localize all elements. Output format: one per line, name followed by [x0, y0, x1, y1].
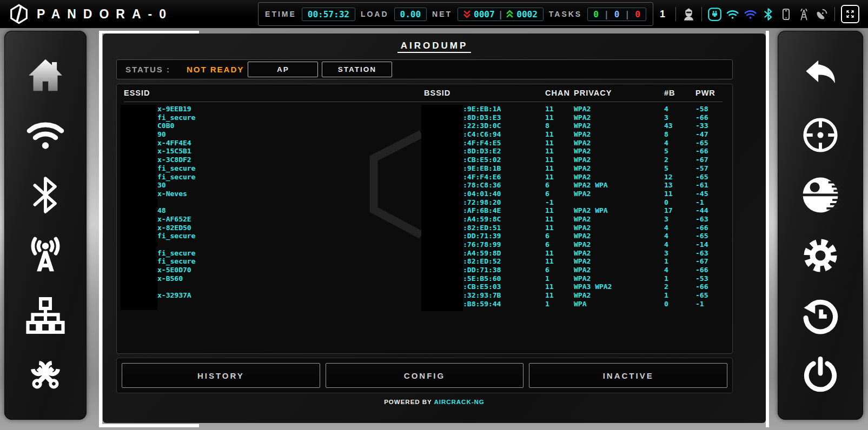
tasks-separator: |: [625, 9, 630, 19]
cell-chan: 6: [545, 181, 574, 190]
cell-essid: fi_secure: [124, 113, 424, 122]
telemetry-group: ETIME 00:57:32 LOAD 0.00 NET 0007 | 0002…: [258, 2, 653, 26]
cell-essid: x-9EEB19: [124, 105, 424, 113]
cell-essid: [124, 300, 424, 308]
config-button[interactable]: CONFIG: [326, 363, 524, 388]
tools-icon[interactable]: [24, 354, 67, 397]
station-button[interactable]: STATION: [322, 62, 392, 77]
cell-chan: 11: [545, 206, 574, 215]
tasks-separator: |: [604, 9, 609, 19]
cell-essid: 48: [124, 206, 424, 215]
col-bssid: BSSID: [424, 89, 545, 97]
cell-privacy: WPA2: [574, 173, 664, 182]
cell-b: 2: [664, 283, 695, 291]
wifi-icon[interactable]: [24, 114, 67, 156]
history-button[interactable]: HISTORY: [122, 363, 320, 388]
bluetooth-icon[interactable]: [24, 174, 67, 216]
cell-pwr: -33: [695, 122, 723, 130]
death-star-icon[interactable]: [799, 174, 842, 216]
cell-essid: x-B560: [124, 274, 424, 283]
satellite-dish-icon[interactable]: [814, 7, 829, 22]
cell-essid: [124, 198, 424, 207]
settings-gear-icon[interactable]: [799, 234, 842, 277]
cell-pwr: -61: [695, 181, 723, 190]
radio-tower-icon[interactable]: [797, 7, 811, 22]
col-essid: ESSID: [124, 89, 424, 97]
cell-b: 8: [664, 130, 695, 139]
cell-b: 2: [664, 156, 695, 164]
cell-b: 3: [664, 249, 695, 258]
aircrack-ng-link[interactable]: AIRCRACK-NG: [434, 399, 484, 405]
cell-chan: 6: [545, 190, 574, 198]
bssid-redaction-overlay: [421, 105, 463, 311]
cell-privacy: WPA2: [574, 274, 664, 283]
cell-privacy: WPA2: [574, 190, 664, 198]
bluetooth-icon[interactable]: [761, 7, 776, 22]
history-icon[interactable]: [799, 294, 842, 337]
cell-privacy: [574, 198, 664, 207]
col-privacy: PRIVACY: [574, 89, 664, 97]
ap-button[interactable]: AP: [248, 62, 318, 77]
cell-b: 4: [664, 105, 695, 113]
power-icon[interactable]: [799, 354, 842, 397]
cell-essid: [124, 240, 424, 249]
cell-privacy: WPA2: [574, 215, 664, 224]
cell-privacy: WPA2: [574, 249, 664, 258]
cell-pwr: -1: [695, 300, 723, 308]
user-agent-icon[interactable]: [681, 7, 696, 22]
wifi-secondary-icon[interactable]: [743, 7, 758, 22]
col-pwr: PWR: [695, 89, 723, 97]
cell-essid: fi_secure: [124, 173, 424, 182]
wifi-primary-icon[interactable]: [725, 7, 740, 22]
inactive-button[interactable]: INACTIVE: [529, 363, 727, 388]
frame-border: [99, 424, 199, 427]
cell-chan: 11: [545, 249, 574, 258]
cell-privacy: WPA2 WPA: [574, 181, 664, 190]
undo-icon[interactable]: [799, 54, 842, 96]
cell-pwr: -53: [695, 274, 723, 283]
net-up-value: 0002: [516, 9, 538, 19]
cell-essid: C0B0: [124, 122, 424, 130]
network-map-icon[interactable]: [24, 294, 67, 337]
cell-pwr: -1: [695, 198, 723, 207]
cell-privacy: WPA2: [574, 240, 664, 249]
cell-chan: 11: [545, 224, 574, 232]
tasks-failed-count: 0: [635, 9, 640, 19]
target-icon[interactable]: [799, 114, 842, 156]
cell-chan: 11: [545, 257, 574, 266]
brand: PANDORA-0: [9, 4, 173, 24]
net-down-value: 0007: [474, 9, 495, 19]
fullscreen-icon[interactable]: [841, 5, 859, 23]
cell-pwr: -66: [695, 147, 723, 156]
session-count: 1: [660, 9, 665, 20]
cell-b: 4: [664, 139, 695, 147]
cell-chan: 11: [545, 291, 574, 300]
ethernet-icon[interactable]: [707, 7, 722, 22]
cell-pwr: -63: [695, 215, 723, 224]
cell-chan: 6: [545, 266, 574, 274]
cell-privacy: WPA2: [574, 147, 664, 156]
broadcast-antenna-icon[interactable]: [24, 234, 67, 277]
left-nav-sidebar: [4, 31, 87, 420]
cell-privacy: WPA2: [574, 224, 664, 232]
powered-by: POWERED BY AIRCRACK-NG: [103, 399, 766, 405]
cell-privacy: WPA3 WPA2: [574, 283, 664, 291]
tasks-label: TASKS: [549, 10, 582, 18]
status-bar: STATUS : NOT READY AP STATION: [116, 59, 733, 79]
phone-icon[interactable]: [779, 7, 793, 22]
frame-border: [99, 31, 102, 427]
cell-chan: 11: [545, 215, 574, 224]
cell-essid: x-5E0D70: [124, 266, 424, 274]
home-icon[interactable]: [24, 54, 67, 96]
cell-essid: fi_secure: [124, 232, 424, 240]
cell-essid: x-82ED50: [124, 224, 424, 232]
cell-pwr: -66: [695, 283, 723, 291]
cell-pwr: -66: [695, 113, 723, 122]
cell-privacy: WPA2: [574, 130, 664, 139]
cell-b: 4: [664, 266, 695, 274]
cell-b: 0: [664, 198, 695, 207]
cell-b: 3: [664, 113, 695, 122]
cell-b: 11: [664, 190, 695, 198]
essid-redaction-overlay: [121, 105, 157, 310]
cell-b: 12: [664, 173, 695, 182]
